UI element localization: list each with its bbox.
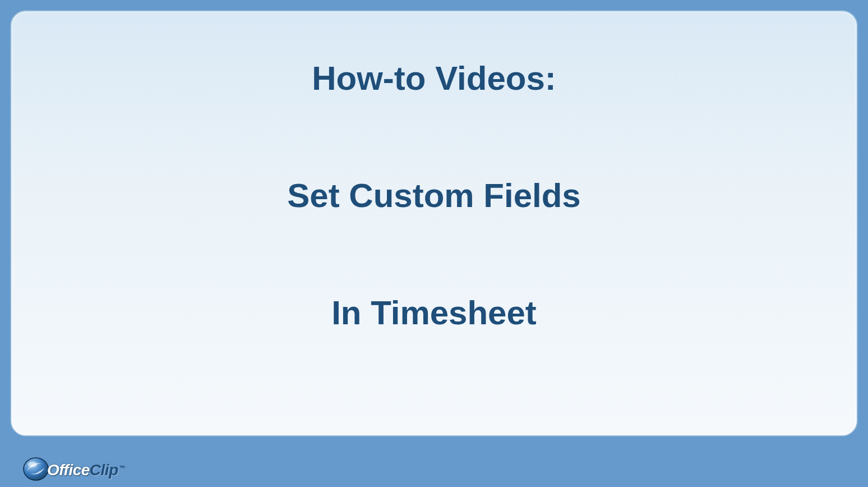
logo-text: OfficeClip™	[47, 461, 124, 479]
logo-text-clip: Clip	[90, 461, 118, 479]
svg-point-1	[28, 462, 37, 467]
content-panel: How-to Videos: Set Custom Fields In Time…	[10, 10, 858, 437]
logo-swirl-icon	[22, 454, 49, 481]
logo-trademark: ™	[119, 465, 125, 471]
title-line-3: In Timesheet	[331, 293, 537, 332]
officeclip-logo: OfficeClip™	[22, 454, 124, 481]
title-line-1: How-to Videos:	[312, 59, 556, 98]
title-line-2: Set Custom Fields	[287, 176, 580, 215]
logo-text-office: Office	[47, 461, 90, 479]
svg-point-0	[24, 458, 48, 480]
slide-frame: How-to Videos: Set Custom Fields In Time…	[0, 0, 868, 487]
